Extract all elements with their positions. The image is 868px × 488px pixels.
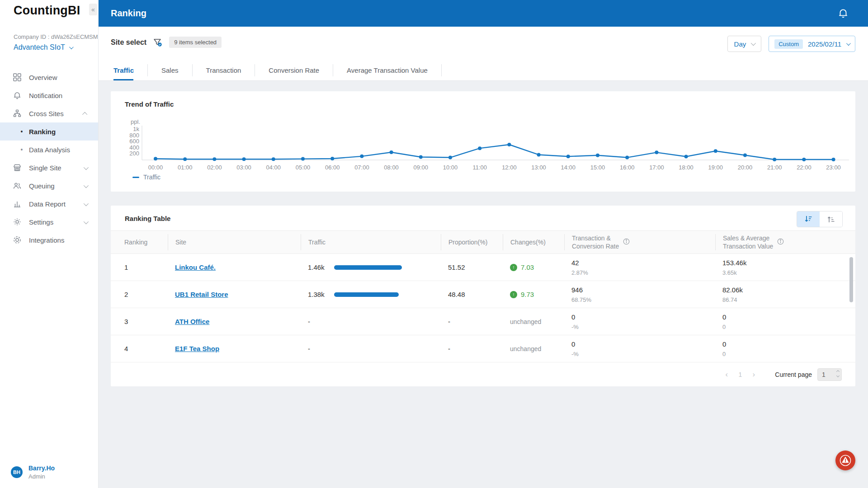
conversion-rate-value: -% [571, 324, 711, 330]
company-selector[interactable]: Advantech SIoT [14, 43, 98, 52]
page-stepper[interactable] [837, 371, 839, 377]
sidebar: CountingBI « Company ID : dWa26ZsECMSM A… [0, 0, 99, 488]
increase-icon: ↑ [510, 291, 517, 298]
stepper-up-icon [836, 370, 840, 373]
sort-ascending-button[interactable] [820, 211, 842, 227]
sidebar-item-single-site[interactable]: Single Site [0, 159, 98, 177]
col-header-line1: Sales & Average [723, 234, 773, 242]
sidebar-item-ranking[interactable]: • Ranking [0, 122, 98, 141]
page-header: Ranking [99, 0, 868, 27]
table-header-row: Ranking Site Traffic Proportion(%) Chang… [111, 230, 855, 254]
company-block: Company ID : dWa26ZsECMSM Advantech SIoT [14, 33, 98, 52]
sales-value: 82.06k [722, 286, 837, 294]
svg-text:22:00: 22:00 [797, 164, 811, 171]
svg-text:23:00: 23:00 [826, 164, 841, 171]
conversion-rate-value: 2.87% [571, 269, 711, 276]
alert-fab-button[interactable] [835, 450, 855, 470]
info-icon[interactable] [623, 238, 630, 247]
tab-traffic[interactable]: Traffic [111, 60, 147, 80]
traffic-line-chart[interactable]: ppl.2004006008001k00:0001:0002:0003:0004… [118, 115, 849, 174]
site-select-label: Site select [111, 38, 146, 47]
sidebar-item-label: Single Site [29, 164, 61, 172]
chevron-down-icon [846, 41, 851, 46]
svg-text:10:00: 10:00 [443, 164, 458, 171]
bar-chart-icon [13, 199, 22, 208]
proportion-value: - [441, 318, 503, 325]
sidebar-item-cross-sites[interactable]: Cross Sites [0, 104, 98, 122]
svg-text:ppl.: ppl. [131, 118, 140, 125]
site-filter-icon[interactable] [153, 38, 163, 47]
svg-text:05:00: 05:00 [296, 164, 311, 171]
chart-legend-traffic[interactable]: Traffic [132, 174, 160, 181]
bullet-icon: • [17, 146, 26, 153]
site-link[interactable]: ATH Office [175, 318, 209, 325]
period-dropdown[interactable]: Day [727, 36, 762, 52]
traffic-value: - [301, 345, 441, 352]
table-scrollbar[interactable] [849, 257, 853, 302]
svg-text:16:00: 16:00 [620, 164, 635, 171]
tab-conversion-rate[interactable]: Conversion Rate [255, 60, 333, 80]
traffic-bar [334, 265, 402, 270]
sidebar-item-notification[interactable]: Notification [0, 86, 98, 104]
svg-text:02:00: 02:00 [207, 164, 222, 171]
traffic-chart-svg: ppl.2004006008001k00:0001:0002:0003:0004… [118, 115, 849, 173]
sidebar-item-overview[interactable]: Overview [0, 68, 98, 86]
app-logo: CountingBI [14, 4, 80, 18]
svg-text:18:00: 18:00 [679, 164, 693, 171]
info-icon[interactable] [777, 238, 784, 247]
notification-bell-icon[interactable] [837, 8, 849, 19]
svg-text:09:00: 09:00 [414, 164, 429, 171]
page-number[interactable]: 1 [733, 371, 747, 378]
chevron-down-icon [84, 182, 87, 190]
site-link[interactable]: UB1 Retail Store [175, 291, 228, 298]
conversion-rate-value: -% [571, 351, 711, 357]
svg-text:01:00: 01:00 [178, 164, 193, 171]
gear-icon [13, 217, 22, 226]
people-icon [13, 181, 22, 190]
chevron-down-icon [84, 200, 87, 208]
col-header-line2: Conversion Rate [572, 242, 619, 250]
avg-transaction-value: 3.65k [722, 269, 837, 276]
rank-value: 1 [124, 263, 168, 271]
svg-text:1k: 1k [133, 126, 139, 132]
change-value: 7.03 [521, 263, 534, 271]
sort-toggle-group [797, 211, 843, 227]
site-link[interactable]: Linkou Café. [175, 263, 216, 271]
table-row: 3 ATH Office - - unchanged 0 -% 0 0 [111, 308, 855, 335]
prev-page-button[interactable]: ‹ [720, 370, 733, 379]
user-menu[interactable]: BH Barry.Ho Admin [11, 465, 55, 480]
table-row: 1 Linkou Café. 1.46k 51.52 ↑ 7.03 42 2.8… [111, 254, 855, 281]
next-page-button[interactable]: › [747, 370, 760, 379]
avg-transaction-value: 0 [722, 351, 837, 357]
svg-text:06:00: 06:00 [325, 164, 340, 171]
tab-average-transaction-value[interactable]: Average Transaction Value [333, 60, 441, 80]
sidebar-item-settings[interactable]: Settings [0, 213, 98, 231]
page-title: Ranking [111, 0, 146, 27]
sidebar-item-label: Data Report [29, 200, 66, 208]
sidebar-item-data-report[interactable]: Data Report [0, 195, 98, 213]
rank-value: 2 [124, 291, 168, 298]
site-link[interactable]: E1F Tea Shop [175, 345, 219, 352]
bullet-icon: • [17, 128, 26, 135]
date-picker[interactable]: Custom 2025/02/11 [769, 36, 855, 52]
sales-value: 0 [722, 313, 837, 321]
svg-text:12:00: 12:00 [502, 164, 517, 171]
chevron-up-icon [84, 109, 87, 117]
increase-icon: ↑ [510, 264, 517, 271]
rank-value: 4 [124, 345, 168, 352]
svg-text:17:00: 17:00 [649, 164, 664, 171]
sidebar-collapse-button[interactable]: « [89, 4, 97, 15]
legend-line-swatch [132, 177, 139, 178]
sidebar-item-label: Overview [29, 74, 57, 81]
sidebar-item-label: Notification [29, 92, 62, 99]
svg-text:200: 200 [129, 150, 139, 157]
sidebar-item-data-analysis[interactable]: • Data Analysis [0, 141, 98, 159]
sidebar-item-queuing[interactable]: Queuing [0, 177, 98, 195]
sort-descending-button[interactable] [797, 211, 820, 227]
col-header-traffic: Traffic [301, 234, 441, 250]
chevron-down-icon [751, 41, 756, 46]
sidebar-item-integrations[interactable]: Integrations [0, 231, 98, 249]
transaction-value: 42 [571, 259, 711, 267]
tab-transaction[interactable]: Transaction [193, 60, 255, 80]
tab-sales[interactable]: Sales [148, 60, 192, 80]
